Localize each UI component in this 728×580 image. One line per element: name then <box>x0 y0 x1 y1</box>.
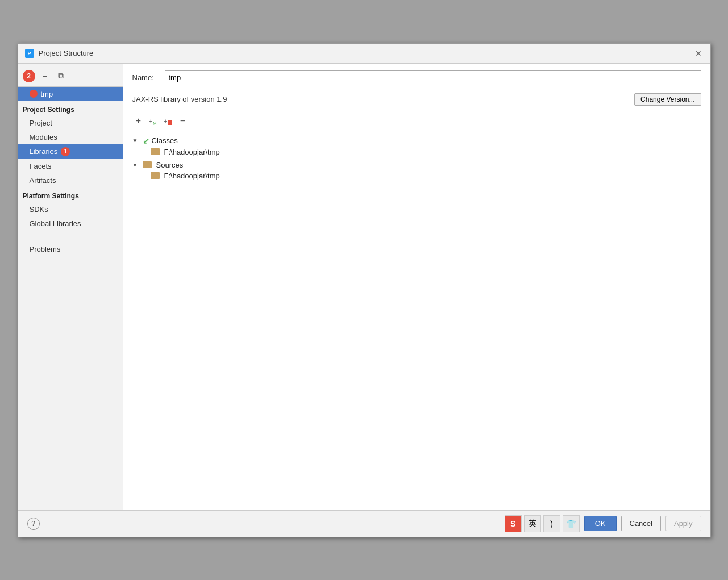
classes-label: Classes <box>152 136 178 145</box>
project-settings-header: Project Settings <box>18 101 123 116</box>
apply-button[interactable]: Apply <box>665 516 701 531</box>
sidebar-item-global-libraries[interactable]: Global Libraries <box>18 216 123 231</box>
sidebar-item-problems[interactable]: Problems <box>18 242 123 256</box>
classes-path-node: F:\hadoopjar\tmp <box>151 147 701 157</box>
svg-rect-3 <box>168 120 172 125</box>
add-entry-button[interactable]: + <box>132 115 145 127</box>
classes-path: F:\hadoopjar\tmp <box>164 148 220 156</box>
title-bar-left: P Project Structure <box>25 49 94 58</box>
jaxrs-row: JAX-RS library of version 1.9 Change Ver… <box>132 93 701 106</box>
classes-expand[interactable]: ▼ <box>132 137 140 144</box>
classes-node: ▼ ↙ Classes <box>132 135 701 147</box>
taskbar-icon-s[interactable]: S <box>505 515 522 532</box>
sidebar-library-list: tmp <box>18 86 123 101</box>
dialog-title: Project Structure <box>39 49 94 57</box>
close-button[interactable]: ✕ <box>693 48 704 59</box>
library-item-label: tmp <box>41 90 53 98</box>
help-button[interactable]: ? <box>27 518 40 530</box>
project-structure-dialog: P Project Structure ✕ 2 − ⧉ tmp Projec <box>18 43 711 537</box>
sources-label: Sources <box>156 161 184 169</box>
libraries-badge: 1 <box>61 147 70 156</box>
sidebar-item-sdks[interactable]: SDKs <box>18 202 123 216</box>
sidebar-item-artifacts[interactable]: Artifacts <box>18 173 123 187</box>
taskbar-icon-lang[interactable]: 英 <box>524 515 541 532</box>
tree-view: ▼ ↙ Classes F:\hadoopjar\tmp ▼ Sources F… <box>132 135 701 503</box>
sources-node: ▼ Sources <box>132 160 701 170</box>
svg-text:M: M <box>153 121 157 126</box>
footer: ? S 英 ) 👕 OK Cancel Apply <box>18 510 710 537</box>
name-row: Name: <box>132 70 701 85</box>
platform-settings-header: Platform Settings <box>18 187 123 202</box>
name-label: Name: <box>132 73 158 82</box>
add-badge[interactable]: 2 <box>23 70 35 82</box>
add-alt-button[interactable]: + <box>162 115 174 127</box>
tree-toolbar: + + M + − <box>132 112 701 130</box>
footer-icons: S 英 ) 👕 <box>505 515 580 532</box>
change-version-button[interactable]: Change Version... <box>634 93 701 106</box>
minus-button[interactable]: − <box>39 70 51 82</box>
copy-button[interactable]: ⧉ <box>55 70 67 82</box>
footer-right: S 英 ) 👕 OK Cancel Apply <box>505 515 701 532</box>
sidebar: 2 − ⧉ tmp Project Settings Project Modul… <box>18 64 123 510</box>
cancel-button[interactable]: Cancel <box>621 516 661 531</box>
title-bar: P Project Structure ✕ <box>18 44 710 64</box>
footer-left: ? <box>27 518 40 530</box>
classes-icon: ↙ <box>143 136 149 145</box>
sidebar-item-facets[interactable]: Facets <box>18 159 123 173</box>
main-content: 2 − ⧉ tmp Project Settings Project Modul… <box>18 64 710 510</box>
right-panel: Name: JAX-RS library of version 1.9 Chan… <box>123 64 710 510</box>
remove-entry-button[interactable]: − <box>177 115 189 127</box>
library-item-tmp[interactable]: tmp <box>18 87 123 101</box>
svg-text:+: + <box>164 118 167 124</box>
add-specific-button[interactable]: + M <box>147 115 160 127</box>
app-icon: P <box>25 49 34 58</box>
taskbar-icon-shirt[interactable]: 👕 <box>563 515 580 532</box>
sidebar-item-modules[interactable]: Modules <box>18 130 123 144</box>
sidebar-item-project[interactable]: Project <box>18 116 123 130</box>
name-input[interactable] <box>165 70 701 85</box>
sources-path-node: F:\hadoopjar\tmp <box>151 170 701 181</box>
taskbar-icon-moon[interactable]: ) <box>543 515 560 532</box>
svg-text:+: + <box>149 118 152 124</box>
sources-expand[interactable]: ▼ <box>132 162 140 168</box>
ok-button[interactable]: OK <box>584 516 617 531</box>
jaxrs-text: JAX-RS library of version 1.9 <box>132 95 227 103</box>
sidebar-top-bar: 2 − ⧉ <box>18 66 123 86</box>
sources-path: F:\hadoopjar\tmp <box>164 172 220 180</box>
sidebar-item-libraries[interactable]: Libraries 1 <box>18 144 123 159</box>
